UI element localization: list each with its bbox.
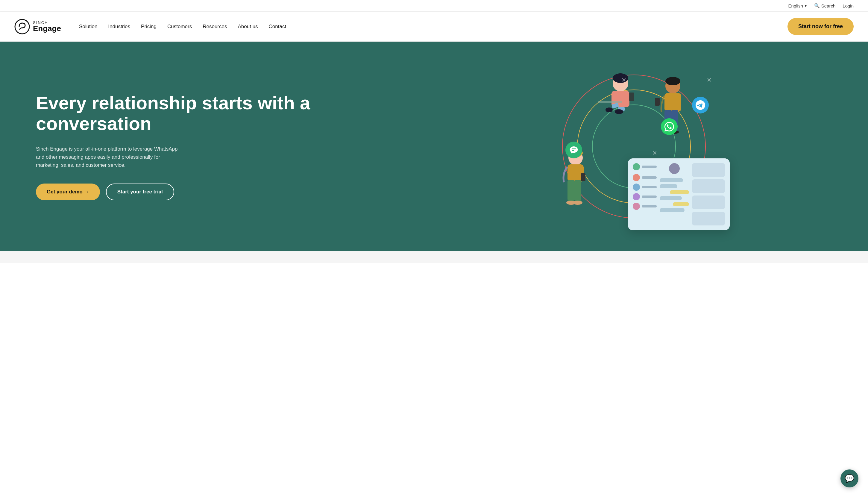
search-button[interactable]: 🔍 Search bbox=[814, 3, 836, 9]
svg-rect-8 bbox=[629, 93, 634, 101]
main-navbar: SINCH Engage Solution Industries Pricing… bbox=[0, 12, 868, 42]
chat-bubble-sent bbox=[670, 190, 689, 194]
top-utility-bar: English ▾ 🔍 Search Login bbox=[0, 0, 868, 12]
start-now-button[interactable]: Start now for free bbox=[787, 18, 854, 35]
chat-window-mockup bbox=[628, 158, 730, 230]
logo-engage: Engage bbox=[33, 25, 61, 32]
hero-illustration: ✕ ✕ ✕ bbox=[424, 66, 844, 227]
svg-rect-26 bbox=[598, 101, 622, 103]
hero-buttons: Get your demo → Start your free trial bbox=[36, 184, 424, 200]
nav-solution[interactable]: Solution bbox=[79, 24, 97, 30]
nav-contact[interactable]: Contact bbox=[269, 24, 287, 30]
logo-link[interactable]: SINCH Engage bbox=[14, 19, 61, 34]
search-icon: 🔍 bbox=[814, 3, 820, 9]
search-label: Search bbox=[821, 3, 836, 9]
login-label: Login bbox=[842, 3, 854, 9]
hero-description: Sinch Engage is your all-in-one platform… bbox=[36, 145, 179, 169]
x-decoration-2: ✕ bbox=[621, 76, 626, 84]
svg-rect-20 bbox=[664, 93, 681, 112]
language-label: English bbox=[789, 3, 803, 9]
hero-content: Every relationship starts with a convers… bbox=[36, 93, 424, 200]
svg-point-6 bbox=[606, 108, 613, 112]
chat-cards bbox=[692, 163, 725, 225]
svg-point-0 bbox=[15, 19, 29, 34]
chat-sidebar bbox=[633, 163, 657, 225]
language-selector[interactable]: English ▾ bbox=[789, 3, 807, 9]
logo-icon bbox=[14, 19, 30, 34]
nav-links: Solution Industries Pricing Customers Re… bbox=[79, 24, 787, 30]
chat-bubble bbox=[660, 184, 677, 188]
login-link[interactable]: Login bbox=[842, 3, 854, 9]
nav-industries[interactable]: Industries bbox=[108, 24, 130, 30]
x-decoration-3: ✕ bbox=[707, 76, 712, 84]
svg-point-19 bbox=[665, 77, 680, 85]
start-trial-button[interactable]: Start your free trial bbox=[106, 184, 174, 200]
chat-messages bbox=[660, 163, 689, 225]
chat-bubble bbox=[660, 196, 682, 200]
svg-rect-25 bbox=[655, 98, 660, 106]
chevron-down-icon: ▾ bbox=[805, 3, 807, 9]
whatsapp-icon bbox=[661, 118, 678, 135]
chat-bubble bbox=[660, 208, 684, 212]
svg-point-15 bbox=[573, 201, 582, 205]
svg-rect-12 bbox=[567, 180, 575, 201]
rings-container: ✕ ✕ ✕ bbox=[556, 69, 712, 224]
bottom-strip bbox=[0, 251, 868, 263]
chat-bubble bbox=[660, 178, 683, 182]
nav-pricing[interactable]: Pricing bbox=[141, 24, 157, 30]
hero-section: Every relationship starts with a convers… bbox=[0, 42, 868, 251]
telegram-icon bbox=[692, 97, 709, 113]
x-decoration-1: ✕ bbox=[652, 150, 657, 157]
hero-title: Every relationship starts with a convers… bbox=[36, 93, 424, 134]
svg-rect-16 bbox=[581, 173, 585, 181]
svg-point-7 bbox=[615, 109, 623, 114]
chat-bubble-sent bbox=[673, 202, 689, 206]
nav-resources[interactable]: Resources bbox=[203, 24, 227, 30]
logo-text: SINCH Engage bbox=[33, 21, 61, 32]
nav-customers[interactable]: Customers bbox=[167, 24, 192, 30]
nav-about[interactable]: About us bbox=[238, 24, 258, 30]
get-demo-button[interactable]: Get your demo → bbox=[36, 184, 100, 200]
svg-rect-13 bbox=[574, 180, 581, 201]
